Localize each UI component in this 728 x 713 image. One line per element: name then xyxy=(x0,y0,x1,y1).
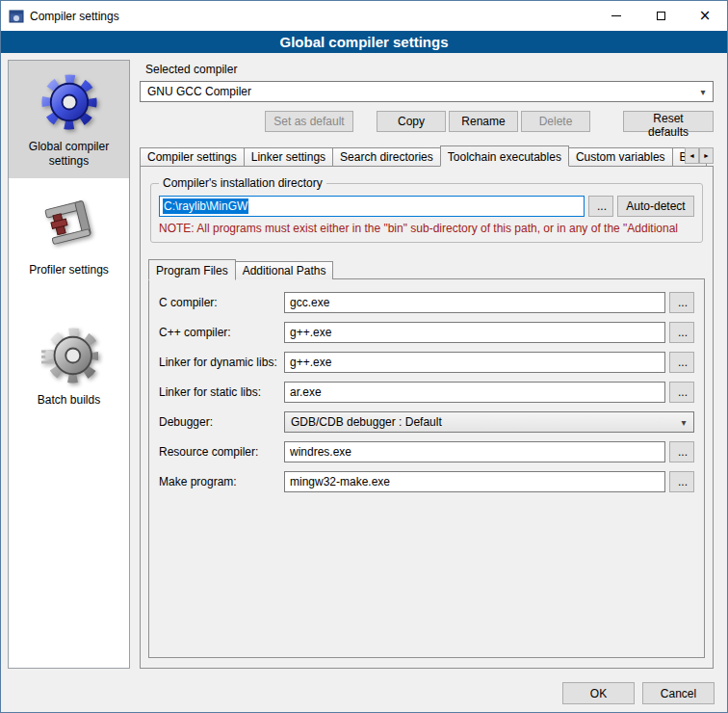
rename-button[interactable]: Rename xyxy=(449,111,518,132)
sidebar-item-label: Profiler settings xyxy=(29,263,109,277)
settings-tabstrip: Compiler settings Linker settings Search… xyxy=(140,145,714,166)
compiler-settings-window: Compiler settings × Global compiler sett… xyxy=(0,0,728,713)
tab-compiler-settings[interactable]: Compiler settings xyxy=(140,147,245,166)
delete-button[interactable]: Delete xyxy=(521,111,590,132)
browse-resource-compiler-button[interactable]: ... xyxy=(669,441,694,462)
resource-compiler-input[interactable] xyxy=(284,441,665,462)
browse-static-linker-button[interactable]: ... xyxy=(669,382,694,403)
dynamic-linker-row: Linker for dynamic libs: ... xyxy=(159,352,694,373)
titlebar: Compiler settings × xyxy=(1,1,727,31)
static-linker-row: Linker for static libs: ... xyxy=(159,382,694,403)
set-as-default-button[interactable]: Set as default xyxy=(265,111,353,132)
installation-directory-group: Compiler's installation directory C:\ray… xyxy=(150,176,703,243)
installation-directory-value: C:\raylib\MinGW xyxy=(163,198,248,214)
sidebar-item-label: Global compiler settings xyxy=(12,140,126,169)
dynamic-linker-input[interactable] xyxy=(284,352,665,373)
debugger-row: Debugger: GDB/CDB debugger : Default ▾ xyxy=(159,411,694,433)
app-icon xyxy=(9,9,24,24)
dialog-body: Global compiler settings Profiler settin… xyxy=(1,53,727,674)
close-button[interactable]: × xyxy=(683,1,727,31)
chevron-down-icon: ▾ xyxy=(695,87,711,97)
copy-button[interactable]: Copy xyxy=(377,111,446,132)
browse-cpp-compiler-button[interactable]: ... xyxy=(669,322,694,343)
tab-custom-variables[interactable]: Custom variables xyxy=(568,147,673,166)
note-text: NOTE: All programs must exist either in … xyxy=(159,222,694,235)
browse-install-dir-button[interactable]: ... xyxy=(588,196,613,217)
resource-compiler-row: Resource compiler: ... xyxy=(159,441,694,462)
maximize-icon xyxy=(657,12,665,20)
gray-gear-icon xyxy=(40,327,98,384)
clamp-icon xyxy=(40,197,98,254)
dialog-footer: OK Cancel xyxy=(1,674,727,712)
tab-search-directories[interactable]: Search directories xyxy=(332,147,441,166)
cpp-compiler-row: C++ compiler: ... xyxy=(159,322,694,343)
browse-dynamic-linker-button[interactable]: ... xyxy=(669,352,694,373)
window-title: Compiler settings xyxy=(30,10,119,23)
blue-gear-icon xyxy=(40,73,98,131)
tab-program-files[interactable]: Program Files xyxy=(148,259,236,280)
window-controls: × xyxy=(594,1,727,31)
tab-linker-settings[interactable]: Linker settings xyxy=(244,147,333,166)
c-compiler-label: C compiler: xyxy=(159,296,284,309)
c-compiler-input[interactable] xyxy=(284,292,665,313)
c-compiler-row: C compiler: ... xyxy=(159,292,694,313)
selected-compiler-value: GNU GCC Compiler xyxy=(147,85,695,98)
ok-button[interactable]: OK xyxy=(562,682,635,704)
page-title: Global compiler settings xyxy=(1,31,727,53)
debugger-dropdown[interactable]: GDB/CDB debugger : Default ▾ xyxy=(284,411,694,433)
tab-scroll-buttons: ◄ ► xyxy=(685,147,714,164)
make-program-row: Make program: ... xyxy=(159,471,694,492)
maximize-button[interactable] xyxy=(638,1,683,31)
selected-compiler-label: Selected compiler xyxy=(145,63,714,76)
minimize-button[interactable] xyxy=(594,1,638,31)
browse-make-program-button[interactable]: ... xyxy=(669,471,694,492)
debugger-label: Debugger: xyxy=(159,415,284,429)
minimize-icon xyxy=(611,15,621,16)
sidebar-item-global-compiler-settings[interactable]: Global compiler settings xyxy=(9,61,129,178)
main-panel: Selected compiler GNU GCC Compiler ▾ Set… xyxy=(140,60,714,669)
toolchain-executables-panel: Compiler's installation directory C:\ray… xyxy=(140,166,714,669)
cancel-button[interactable]: Cancel xyxy=(642,682,715,704)
reset-defaults-button[interactable]: Reset defaults xyxy=(623,111,714,132)
dynamic-linker-label: Linker for dynamic libs: xyxy=(159,356,284,369)
close-icon: × xyxy=(699,9,712,23)
make-program-label: Make program: xyxy=(159,475,284,489)
static-linker-input[interactable] xyxy=(284,382,665,403)
sidebar-item-label: Batch builds xyxy=(38,393,100,408)
debugger-value: GDB/CDB debugger : Default xyxy=(291,415,676,429)
make-program-input[interactable] xyxy=(284,471,665,492)
sidebar-item-profiler-settings[interactable]: Profiler settings xyxy=(9,184,129,287)
tab-additional-paths[interactable]: Additional Paths xyxy=(235,261,334,279)
installation-directory-row: C:\raylib\MinGW ... Auto-detect xyxy=(159,196,694,217)
chevron-down-icon: ▾ xyxy=(676,417,691,428)
auto-detect-button[interactable]: Auto-detect xyxy=(617,196,694,217)
cpp-compiler-label: C++ compiler: xyxy=(159,326,284,339)
tab-scroll-right-button[interactable]: ► xyxy=(699,147,714,164)
sidebar-item-batch-builds[interactable]: Batch builds xyxy=(9,314,129,417)
resource-compiler-label: Resource compiler: xyxy=(159,445,284,459)
browse-c-compiler-button[interactable]: ... xyxy=(669,292,694,313)
categories-sidebar: Global compiler settings Profiler settin… xyxy=(8,60,130,669)
compiler-buttons-row: Set as default Copy Rename Delete Reset … xyxy=(140,111,714,132)
tab-toolchain-executables[interactable]: Toolchain executables xyxy=(440,145,569,167)
static-linker-label: Linker for static libs: xyxy=(159,385,284,399)
installation-directory-input[interactable]: C:\raylib\MinGW xyxy=(159,196,585,217)
selected-compiler-dropdown[interactable]: GNU GCC Compiler ▾ xyxy=(140,81,714,102)
installation-directory-legend: Compiler's installation directory xyxy=(159,176,326,190)
tab-scroll-left-button[interactable]: ◄ xyxy=(685,147,699,164)
program-files-tabstrip: Program Files Additional Paths xyxy=(148,258,705,279)
program-files-panel: C compiler: ... C++ compiler: ... Linker… xyxy=(148,278,705,658)
cpp-compiler-input[interactable] xyxy=(284,322,665,343)
